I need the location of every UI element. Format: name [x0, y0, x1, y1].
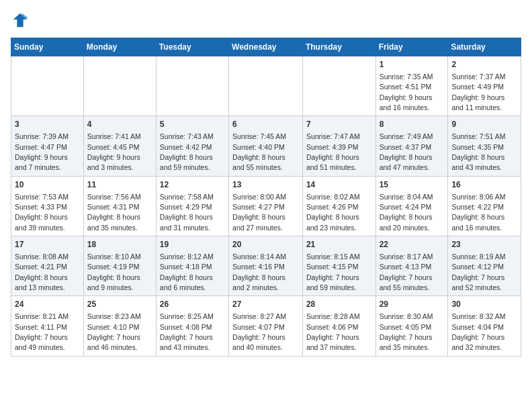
- calendar-cell: 17Sunrise: 8:08 AM Sunset: 4:21 PM Dayli…: [11, 236, 84, 296]
- calendar-cell: 11Sunrise: 7:56 AM Sunset: 4:31 PM Dayli…: [83, 176, 156, 236]
- day-number: 2: [451, 59, 517, 71]
- day-number: 22: [380, 239, 445, 250]
- day-number: 9: [451, 119, 517, 130]
- day-number: 27: [232, 299, 299, 310]
- day-info: Sunrise: 7:56 AM Sunset: 4:31 PM Dayligh…: [87, 193, 141, 232]
- day-info: Sunrise: 8:32 AM Sunset: 4:04 PM Dayligh…: [451, 312, 505, 351]
- day-of-week-header: Sunday: [11, 38, 84, 56]
- day-info: Sunrise: 8:25 AM Sunset: 4:08 PM Dayligh…: [160, 312, 214, 351]
- calendar-cell: 22Sunrise: 8:17 AM Sunset: 4:13 PM Dayli…: [375, 236, 448, 296]
- day-info: Sunrise: 7:35 AM Sunset: 4:51 PM Dayligh…: [380, 73, 433, 111]
- day-info: Sunrise: 8:21 AM Sunset: 4:11 PM Dayligh…: [15, 312, 69, 351]
- day-info: Sunrise: 8:06 AM Sunset: 4:22 PM Dayligh…: [451, 193, 505, 232]
- day-number: 14: [306, 179, 372, 191]
- day-info: Sunrise: 8:04 AM Sunset: 4:24 PM Dayligh…: [380, 193, 433, 232]
- calendar-cell: 23Sunrise: 8:19 AM Sunset: 4:12 PM Dayli…: [448, 236, 521, 296]
- day-number: 7: [306, 119, 372, 130]
- calendar-cell: 27Sunrise: 8:27 AM Sunset: 4:07 PM Dayli…: [229, 296, 303, 356]
- day-info: Sunrise: 8:14 AM Sunset: 4:16 PM Dayligh…: [232, 253, 286, 291]
- day-info: Sunrise: 8:10 AM Sunset: 4:19 PM Dayligh…: [87, 253, 141, 291]
- day-of-week-header: Wednesday: [229, 38, 303, 56]
- calendar-cell: 7Sunrise: 7:47 AM Sunset: 4:39 PM Daylig…: [302, 116, 375, 176]
- calendar-cell: 15Sunrise: 8:04 AM Sunset: 4:24 PM Dayli…: [375, 176, 448, 236]
- day-of-week-header: Friday: [375, 38, 448, 56]
- calendar-cell: 10Sunrise: 7:53 AM Sunset: 4:33 PM Dayli…: [11, 176, 84, 236]
- day-number: 24: [15, 299, 80, 310]
- logo: [11, 11, 32, 30]
- calendar-week-row: 17Sunrise: 8:08 AM Sunset: 4:21 PM Dayli…: [11, 236, 521, 296]
- day-info: Sunrise: 8:28 AM Sunset: 4:06 PM Dayligh…: [306, 312, 360, 351]
- day-number: 4: [87, 119, 152, 130]
- day-number: 25: [87, 299, 152, 310]
- calendar-cell: 30Sunrise: 8:32 AM Sunset: 4:04 PM Dayli…: [448, 296, 521, 356]
- day-number: 23: [451, 239, 517, 250]
- day-of-week-header: Tuesday: [156, 38, 228, 56]
- day-number: 8: [380, 119, 445, 130]
- day-number: 15: [380, 179, 445, 191]
- calendar-cell: [83, 56, 156, 116]
- day-info: Sunrise: 8:08 AM Sunset: 4:21 PM Dayligh…: [15, 253, 69, 291]
- calendar-cell: 3Sunrise: 7:39 AM Sunset: 4:47 PM Daylig…: [11, 116, 84, 176]
- logo-icon: [11, 11, 30, 30]
- day-number: 13: [232, 179, 299, 191]
- day-info: Sunrise: 7:47 AM Sunset: 4:39 PM Dayligh…: [306, 132, 360, 171]
- day-number: 12: [160, 179, 225, 191]
- calendar-week-row: 24Sunrise: 8:21 AM Sunset: 4:11 PM Dayli…: [11, 296, 521, 356]
- calendar-cell: 21Sunrise: 8:15 AM Sunset: 4:15 PM Dayli…: [302, 236, 375, 296]
- day-number: 5: [160, 119, 225, 130]
- calendar-cell: 13Sunrise: 8:00 AM Sunset: 4:27 PM Dayli…: [229, 176, 303, 236]
- day-number: 28: [306, 299, 372, 310]
- day-number: 11: [87, 179, 152, 191]
- day-info: Sunrise: 8:19 AM Sunset: 4:12 PM Dayligh…: [451, 253, 505, 291]
- calendar-cell: 14Sunrise: 8:02 AM Sunset: 4:26 PM Dayli…: [302, 176, 375, 236]
- day-info: Sunrise: 7:43 AM Sunset: 4:42 PM Dayligh…: [160, 132, 214, 171]
- day-info: Sunrise: 8:02 AM Sunset: 4:26 PM Dayligh…: [306, 193, 360, 232]
- day-info: Sunrise: 7:41 AM Sunset: 4:45 PM Dayligh…: [87, 132, 141, 171]
- day-of-week-header: Saturday: [448, 38, 521, 56]
- day-number: 10: [15, 179, 80, 191]
- day-info: Sunrise: 8:27 AM Sunset: 4:07 PM Dayligh…: [232, 312, 286, 351]
- calendar-week-row: 1Sunrise: 7:35 AM Sunset: 4:51 PM Daylig…: [11, 56, 521, 116]
- day-info: Sunrise: 7:39 AM Sunset: 4:47 PM Dayligh…: [15, 132, 69, 171]
- day-info: Sunrise: 8:23 AM Sunset: 4:10 PM Dayligh…: [87, 312, 141, 351]
- day-number: 3: [15, 119, 80, 130]
- day-number: 6: [232, 119, 299, 130]
- calendar-cell: [156, 56, 228, 116]
- calendar-cell: 2Sunrise: 7:37 AM Sunset: 4:49 PM Daylig…: [448, 56, 521, 116]
- calendar-cell: 16Sunrise: 8:06 AM Sunset: 4:22 PM Dayli…: [448, 176, 521, 236]
- calendar-cell: 4Sunrise: 7:41 AM Sunset: 4:45 PM Daylig…: [83, 116, 156, 176]
- calendar-cell: 24Sunrise: 8:21 AM Sunset: 4:11 PM Dayli…: [11, 296, 84, 356]
- calendar-cell: 8Sunrise: 7:49 AM Sunset: 4:37 PM Daylig…: [375, 116, 448, 176]
- day-number: 30: [451, 299, 517, 310]
- calendar-cell: 20Sunrise: 8:14 AM Sunset: 4:16 PM Dayli…: [229, 236, 303, 296]
- calendar-cell: 9Sunrise: 7:51 AM Sunset: 4:35 PM Daylig…: [448, 116, 521, 176]
- day-of-week-header: Monday: [83, 38, 156, 56]
- calendar-cell: 28Sunrise: 8:28 AM Sunset: 4:06 PM Dayli…: [302, 296, 375, 356]
- day-number: 18: [87, 239, 152, 250]
- calendar-cell: [229, 56, 303, 116]
- calendar-cell: 25Sunrise: 8:23 AM Sunset: 4:10 PM Dayli…: [83, 296, 156, 356]
- day-info: Sunrise: 7:37 AM Sunset: 4:49 PM Dayligh…: [451, 73, 505, 111]
- calendar-cell: 5Sunrise: 7:43 AM Sunset: 4:42 PM Daylig…: [156, 116, 228, 176]
- day-number: 17: [15, 239, 80, 250]
- day-number: 26: [160, 299, 225, 310]
- day-info: Sunrise: 7:45 AM Sunset: 4:40 PM Dayligh…: [232, 132, 286, 171]
- day-number: 20: [232, 239, 299, 250]
- day-info: Sunrise: 8:12 AM Sunset: 4:18 PM Dayligh…: [160, 253, 214, 291]
- page-header: [11, 11, 521, 30]
- day-number: 29: [380, 299, 445, 310]
- day-info: Sunrise: 8:30 AM Sunset: 4:05 PM Dayligh…: [380, 312, 433, 351]
- calendar-table: SundayMondayTuesdayWednesdayThursdayFrid…: [11, 38, 521, 357]
- calendar-week-row: 3Sunrise: 7:39 AM Sunset: 4:47 PM Daylig…: [11, 116, 521, 176]
- day-info: Sunrise: 7:53 AM Sunset: 4:33 PM Dayligh…: [15, 193, 69, 232]
- calendar-cell: 18Sunrise: 8:10 AM Sunset: 4:19 PM Dayli…: [83, 236, 156, 296]
- day-number: 19: [160, 239, 225, 250]
- day-number: 16: [451, 179, 517, 191]
- day-info: Sunrise: 7:58 AM Sunset: 4:29 PM Dayligh…: [160, 193, 214, 232]
- calendar-cell: 1Sunrise: 7:35 AM Sunset: 4:51 PM Daylig…: [375, 56, 448, 116]
- svg-marker-0: [13, 13, 28, 28]
- calendar-week-row: 10Sunrise: 7:53 AM Sunset: 4:33 PM Dayli…: [11, 176, 521, 236]
- day-info: Sunrise: 8:00 AM Sunset: 4:27 PM Dayligh…: [232, 193, 286, 232]
- day-info: Sunrise: 7:49 AM Sunset: 4:37 PM Dayligh…: [380, 132, 433, 171]
- calendar-cell: 19Sunrise: 8:12 AM Sunset: 4:18 PM Dayli…: [156, 236, 228, 296]
